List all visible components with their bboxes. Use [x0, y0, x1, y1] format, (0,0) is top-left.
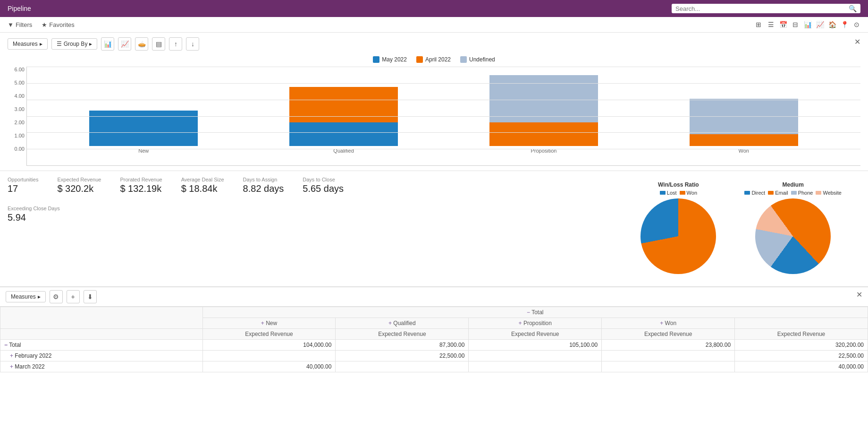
th-qualified-label: Qualified	[393, 320, 415, 326]
table-add-icon-btn[interactable]: +	[67, 290, 80, 303]
won-plus-icon[interactable]: +	[660, 320, 663, 326]
mar-row-plus[interactable]: +	[10, 363, 13, 370]
table-toolbar: Measures ▸ ⚙ + ⬇ ✕	[0, 287, 868, 307]
bar-group-proposition[interactable]: Proposition	[485, 75, 603, 154]
cell-feb-won	[602, 351, 735, 361]
bar-proposition-undefined	[489, 75, 598, 122]
line-chart-icon-btn[interactable]: 📈	[118, 37, 131, 51]
bar-chart-icon-btn[interactable]: 📊	[101, 37, 114, 51]
y-tick-2: 2.00	[15, 120, 25, 125]
sort-asc-icon-btn[interactable]: ↑	[169, 37, 182, 51]
legend-direct: Direct	[744, 190, 765, 196]
kpi-value-0: 17	[8, 183, 38, 194]
th-new-measure: Expected Revenue	[202, 329, 336, 340]
view-line-chart-icon[interactable]: 📈	[814, 19, 826, 30]
pie-charts-container: Win/Loss Ratio Lost Won Medium Dire	[622, 177, 860, 279]
proposition-plus-icon[interactable]: +	[519, 320, 522, 326]
legend-won-dot	[680, 191, 685, 195]
cell-feb-new	[202, 351, 336, 361]
mar-row-label: March 2022	[15, 363, 44, 370]
pie-chart-icon-btn[interactable]: 🥧	[135, 37, 148, 51]
legend-color-april	[416, 56, 423, 63]
th-qualified: + Qualified	[336, 318, 469, 329]
view-calendar-icon[interactable]: 📅	[777, 19, 789, 30]
win-loss-chart: Win/Loss Ratio Lost Won	[640, 181, 716, 274]
table-measures-dropdown[interactable]: Measures ▸	[6, 291, 46, 302]
bar-chart: 6.00 5.00 4.00 3.00 2.00 1.00 0.00	[8, 67, 860, 166]
measures-dropdown[interactable]: Measures ▸	[8, 38, 48, 50]
th-won: + Won	[602, 318, 735, 329]
qualified-plus-icon[interactable]: +	[388, 320, 392, 326]
stacked-chart-icon-btn[interactable]: ▤	[152, 37, 165, 51]
search-button[interactable]: 🔍	[849, 5, 857, 12]
cell-feb-qualified: 22,500.00	[336, 351, 469, 361]
win-loss-pie	[640, 198, 716, 274]
table-row-mar2022: + March 2022 40,000.00 40,000.00	[0, 361, 868, 372]
th-won-measure-label: Expected Revenue	[644, 331, 692, 337]
grid-line-6	[27, 67, 860, 67]
view-list-icon[interactable]: ☰	[765, 19, 776, 30]
page-title: Pipeline	[8, 5, 31, 12]
bar-group-won[interactable]: Won	[685, 75, 803, 154]
cell-mar-new: 40,000.00	[202, 361, 336, 372]
view-bar-chart-icon[interactable]: 📊	[802, 19, 813, 30]
table-download-icon-btn[interactable]: ⬇	[84, 290, 97, 303]
filters-button[interactable]: ▼ Filters	[6, 20, 34, 29]
kpi-exceeding-close-days: Exceeding Close Days 5.94	[8, 206, 60, 223]
total-minus-icon[interactable]: −	[527, 309, 530, 316]
grid-line-3	[27, 116, 860, 117]
th-new-label: New	[266, 320, 277, 326]
cell-feb-total: 22,500.00	[735, 351, 868, 361]
cell-mar-total: 40,000.00	[735, 361, 868, 372]
y-axis: 6.00 5.00 4.00 3.00 2.00 1.00 0.00	[8, 67, 26, 152]
feb-row-plus[interactable]: +	[10, 352, 13, 359]
search-input[interactable]	[675, 5, 849, 12]
view-pivot-icon[interactable]: 🏠	[826, 19, 838, 30]
table-settings-icon-btn[interactable]: ⚙	[50, 290, 63, 303]
th-proposition-measure: Expected Revenue	[469, 329, 602, 340]
group-by-dropdown[interactable]: ☰ Group By ▸	[51, 38, 98, 50]
chart-controls: Measures ▸ ☰ Group By ▸ 📊 📈 🥧 ▤ ↑ ↓	[8, 37, 860, 51]
total-row-minus[interactable]: −	[4, 342, 8, 348]
y-tick-6: 6.00	[15, 67, 25, 72]
legend-direct-label: Direct	[751, 190, 765, 196]
medium-legend: Direct Email Phone Website	[744, 190, 842, 196]
filter-bar: ▼ Filters ★ Favorites ⊞ ☰ 📅 ⊟ 📊 📈 🏠 📍 ⊙	[0, 17, 868, 33]
favorites-button[interactable]: ★ Favorites	[40, 20, 76, 29]
cell-mar-proposition	[469, 361, 602, 372]
view-kanban-icon[interactable]: ⊞	[753, 19, 764, 30]
metrics-row: Opportunities 17 Expected Revenue $ 320.…	[0, 171, 868, 283]
chart-close-button[interactable]: ✕	[854, 37, 860, 46]
view-grid-icon[interactable]: ⊟	[790, 19, 801, 30]
chart-legend: May 2022 April 2022 Undefined	[8, 56, 860, 63]
kpi-value-1: $ 320.2k	[57, 183, 101, 194]
bar-group-new[interactable]: New	[84, 75, 202, 154]
cell-mar-qualified	[336, 361, 469, 372]
kpi-expected-revenue: Expected Revenue $ 320.2k	[57, 177, 101, 194]
favorites-label: Favorites	[49, 21, 74, 28]
legend-email: Email	[768, 190, 788, 196]
kpi-value-2: $ 132.19k	[120, 183, 162, 194]
kpi-value-3: $ 18.84k	[181, 183, 224, 194]
table-close-button[interactable]: ✕	[856, 290, 862, 299]
bar-group-qualified[interactable]: Qualified	[285, 75, 403, 154]
kpi-value-6: 5.94	[8, 212, 60, 223]
view-map-icon[interactable]: 📍	[839, 19, 850, 30]
kpi-average-deal-size: Average Deal Size $ 18.84k	[181, 177, 224, 194]
th-won-label: Won	[665, 320, 676, 326]
legend-lost-label: Lost	[667, 190, 677, 196]
total-row-label: Total	[9, 342, 21, 348]
measures-arrow-icon: ▸	[40, 41, 42, 47]
legend-email-label: Email	[775, 190, 788, 196]
new-plus-icon[interactable]: +	[261, 320, 264, 326]
th-new-measure-label: Expected Revenue	[245, 331, 293, 337]
th-row-label	[0, 329, 203, 340]
kpi-value-4: 8.82 days	[243, 183, 284, 194]
view-activity-icon[interactable]: ⊙	[851, 19, 862, 30]
cell-total-won: 23,800.00	[602, 340, 735, 351]
legend-label-april: April 2022	[425, 56, 451, 63]
medium-chart: Medium Direct Email Phone Website	[744, 181, 842, 274]
table-row-total: − Total 104,000.00 87,300.00 105,100.00 …	[0, 340, 868, 351]
sort-desc-icon-btn[interactable]: ↓	[186, 37, 199, 51]
cell-total-proposition: 105,100.00	[469, 340, 602, 351]
